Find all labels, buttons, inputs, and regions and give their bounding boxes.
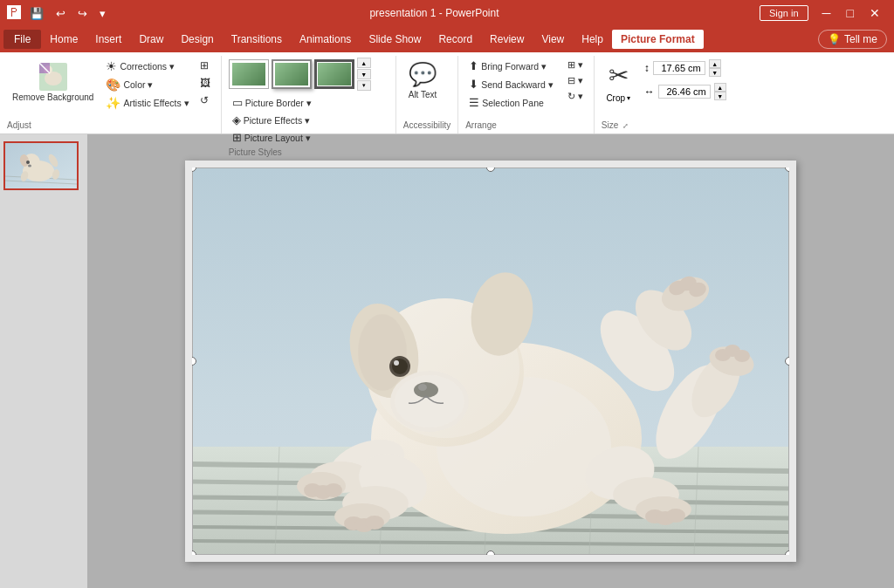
change-picture-button[interactable]: 🖼	[196, 75, 214, 91]
puppy-image[interactable]	[192, 168, 789, 555]
svg-point-64	[358, 314, 407, 391]
height-row: ↕ 17.65 cm ▲ ▼	[644, 59, 726, 77]
height-input[interactable]: 17.65 cm	[653, 61, 705, 75]
sign-in-button[interactable]: Sign in	[760, 5, 808, 21]
height-icon: ↕	[644, 62, 650, 74]
group-button[interactable]: ⊟ ▾	[564, 73, 587, 87]
powerpoint-logo-icon: 🅿	[7, 5, 21, 21]
arrange-extra: ⊞ ▾ ⊟ ▾ ↻ ▾	[564, 58, 587, 103]
crop-arrow: ▾	[627, 94, 630, 102]
menu-item-insert[interactable]: Insert	[86, 30, 130, 49]
picture-style-3[interactable]	[314, 59, 354, 89]
selection-pane-button[interactable]: ☰ Selection Pane	[465, 94, 557, 111]
alt-text-button[interactable]: 💬 Alt Text	[403, 58, 443, 103]
remove-bg-icon	[38, 61, 69, 92]
artistic-effects-button[interactable]: ✨ Artistic Effects ▾	[102, 94, 192, 112]
picture-border-button[interactable]: ▭ Picture Border ▾	[229, 94, 371, 111]
width-icon: ↔	[644, 85, 655, 98]
handle-middle-right[interactable]	[785, 357, 789, 366]
change-picture-icon: 🖼	[200, 77, 210, 89]
picture-styles-content: ▲ ▼ ▾ ▭ Picture Border ▾ ◈ Picture Effec…	[229, 58, 371, 146]
send-backward-icon: ⬇	[469, 78, 478, 91]
adjust-group-label: Adjust	[7, 119, 31, 130]
qat-undo-button[interactable]: ↩	[52, 5, 69, 22]
height-down-button[interactable]: ▼	[709, 68, 721, 77]
tell-me-button[interactable]: 💡 Tell me	[818, 30, 887, 49]
bring-forward-button[interactable]: ⬆ Bring Forward ▾	[465, 58, 557, 74]
width-down-button[interactable]: ▼	[714, 92, 726, 100]
height-spinner: ▲ ▼	[709, 59, 721, 77]
crop-label-row: Crop ▾	[606, 93, 630, 103]
menu-item-view[interactable]: View	[533, 30, 573, 49]
menu-item-design[interactable]: Design	[172, 30, 222, 49]
picture-layout-button[interactable]: ⊞ Picture Layout ▾	[229, 129, 371, 146]
qat-customize-button[interactable]: ▾	[96, 5, 109, 22]
width-up-button[interactable]: ▲	[714, 83, 726, 92]
arrange-buttons: ⬆ Bring Forward ▾ ⬇ Send Backward ▾ ☰ Se…	[465, 58, 557, 111]
menu-item-pictureformat[interactable]: Picture Format	[612, 30, 704, 49]
menu-item-home[interactable]: Home	[41, 30, 86, 49]
menu-bar: File Home Insert Draw Design Transitions…	[0, 26, 894, 52]
picture-layout-dropdown: ▾	[306, 133, 311, 143]
rotate-button[interactable]: ↻ ▾	[564, 89, 587, 103]
picture-layout-icon: ⊞	[232, 131, 242, 144]
bring-forward-dropdown: ▾	[541, 61, 547, 72]
height-up-button[interactable]: ▲	[709, 59, 721, 68]
corrections-icon: ☀	[106, 59, 117, 73]
menu-item-transitions[interactable]: Transitions	[223, 30, 291, 49]
width-row: ↔ 26.46 cm ▲ ▼	[644, 83, 726, 100]
ps-scroll-up[interactable]: ▲	[357, 58, 371, 68]
menu-item-animations[interactable]: Animations	[291, 30, 360, 49]
size-expand[interactable]: ⤢	[622, 122, 629, 130]
qat-redo-button[interactable]: ↪	[74, 5, 91, 22]
title-bar-right: Sign in ─ □ ✕	[760, 0, 887, 26]
menu-item-file[interactable]: File	[3, 30, 41, 49]
arrange-content: ⬆ Bring Forward ▾ ⬇ Send Backward ▾ ☰ Se…	[465, 58, 587, 119]
image-container[interactable]	[192, 168, 789, 555]
maximize-button[interactable]: □	[840, 0, 861, 26]
picture-styles-group-label: Picture Styles	[229, 146, 282, 157]
accessibility-content: 💬 Alt Text	[403, 58, 443, 119]
menu-item-help[interactable]: Help	[573, 30, 612, 49]
svg-point-72	[394, 360, 399, 366]
selection-pane-icon: ☰	[469, 96, 479, 109]
svg-point-14	[28, 165, 31, 168]
handle-bottom-right[interactable]	[785, 550, 789, 555]
ribbon-group-picture-styles: ▲ ▼ ▾ ▭ Picture Border ▾ ◈ Picture Effec…	[222, 56, 396, 133]
qat-save-button[interactable]: 💾	[26, 5, 47, 22]
menu-item-slideshow[interactable]: Slide Show	[360, 30, 430, 49]
window-controls: ─ □ ✕	[815, 0, 887, 26]
close-button[interactable]: ✕	[863, 0, 887, 26]
color-button[interactable]: 🎨 Color ▾	[102, 76, 192, 93]
picture-border-dropdown: ▾	[306, 98, 312, 108]
compress-pictures-button[interactable]: ⊞	[196, 58, 214, 73]
slide-thumb-1[interactable]	[3, 141, 79, 190]
size-inputs: ↕ 17.65 cm ▲ ▼ ↔ 26.46 cm ▲ ▼	[644, 58, 726, 102]
reset-picture-button[interactable]: ↺	[196, 92, 214, 108]
send-backward-button[interactable]: ⬇ Send Backward ▾	[465, 76, 557, 92]
picture-effects-button[interactable]: ◈ Picture Effects ▾	[229, 112, 371, 128]
align-button[interactable]: ⊞ ▾	[564, 58, 587, 72]
menu-item-record[interactable]: Record	[430, 30, 481, 49]
minimize-button[interactable]: ─	[815, 0, 838, 26]
accessibility-group-label: Accessibility	[403, 119, 450, 130]
crop-section: ✂ Crop ▾	[602, 58, 636, 103]
color-icon: 🎨	[106, 78, 120, 92]
width-input[interactable]: 26.46 cm	[658, 85, 711, 99]
ps-item-2-inner	[275, 63, 308, 85]
title-bar: 🅿 💾 ↩ ↪ ▾ presentation 1 - PowerPoint Si…	[0, 0, 894, 26]
svg-point-71	[392, 359, 408, 374]
slide-thumb-container-1[interactable]: 1	[3, 141, 84, 190]
menu-item-review[interactable]: Review	[481, 30, 533, 49]
ps-item-3-inner	[318, 63, 351, 85]
remove-background-button[interactable]: Remove Background	[7, 58, 99, 106]
corrections-button[interactable]: ☀ Corrections ▾	[102, 58, 192, 75]
ps-scroll-more[interactable]: ▾	[357, 80, 371, 91]
handle-bottom-center[interactable]	[486, 550, 495, 555]
ps-scroll-down[interactable]: ▼	[357, 69, 371, 79]
picture-style-1[interactable]	[229, 59, 269, 89]
crop-button[interactable]: ✂	[602, 58, 636, 93]
menu-item-draw[interactable]: Draw	[130, 30, 172, 49]
alt-text-icon: 💬	[409, 61, 437, 88]
picture-style-2[interactable]	[272, 59, 312, 89]
